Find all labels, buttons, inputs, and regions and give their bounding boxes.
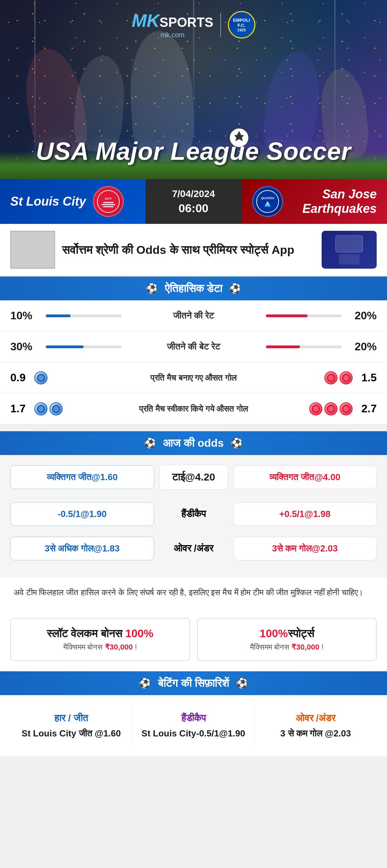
notice-paragraph: अवे टीम फिलहाल जीत हासिल करने के लिए संघ… [14,586,373,599]
stat-row-win-rate: 10% जीतने की रेट 20% [0,300,387,331]
rec-ball-left: ⚽ [139,678,151,689]
svg-text:CITY: CITY [105,197,112,200]
odds-ball-right: ⚽ [231,437,243,449]
goals-left-scored: 0.9 [10,371,132,384]
goal-ball-rc2 [324,402,337,415]
match-center: 7/04/2024 06:00 [146,179,242,224]
stat-home-win-rate: 10% [10,309,45,322]
bar-track-away [266,314,342,317]
home-team-name: St Louis City [10,194,86,209]
away-goals-conceded-val: 2.7 [356,402,377,415]
notice-section: अवे टीम फिलहाल जीत हासिल करने के लिए संघ… [0,577,387,608]
brand-header: MKSPORTS mk.com EMPOLI F.C. 1920 [132,10,255,39]
sports-bonus-sub: मैक्सिमम बोनस ₹30,000 ! [205,643,369,652]
empoli-text: EMPOLI F.C. [229,18,254,28]
rec-col-handicap: हैंडीकैप St Louis City-0.5/1@1.90 [132,706,255,746]
svg-point-20 [53,406,59,412]
stat-away-bar-win [256,314,343,317]
home-goal-balls-conceded [34,402,63,415]
goals-right-scored: 1.5 [256,371,377,384]
goals-left-conceded: 1.7 [10,402,132,415]
bar-fill-away-bet [266,345,300,348]
under-btn[interactable]: 3से कम गोल@2.03 [233,537,377,560]
rec-col-overunder: ओवर /अंडर 3 से कम गोल @2.03 [255,706,377,746]
home-win-btn[interactable]: व्यक्तिगत जीत@1.60 [10,465,154,489]
stat-away-win-rate: 20% [342,309,377,322]
odds-ball-left: ⚽ [144,437,156,449]
away-goals-scored-val: 1.5 [356,371,377,384]
ball-icon-left: ⚽ [146,283,158,294]
svg-point-14 [328,375,334,381]
stat-home-bar-bet [45,345,132,348]
historical-section-header: ⚽ ऐतिहासिक डेटा ⚽ [0,277,387,300]
match-date: 7/04/2024 [172,188,215,199]
promo-text: सर्वोत्तम श्रेणी की Odds के साथ प्रीमियर… [62,242,315,257]
logo-divider [220,13,221,37]
bar-fill-away [266,314,308,317]
stat-away-bar-bet [256,345,343,348]
goal-ball-r2 [340,371,353,384]
rec-handicap-value: St Louis City-0.5/1@1.90 [138,728,249,739]
promo-image-placeholder [10,231,55,269]
stats-table: 10% जीतने की रेट 20% 30% जीतने की बेट रे… [0,300,387,424]
stat-home-bet-rate: 30% [10,340,45,353]
historical-title: ऐतिहासिक डेटा [165,282,223,295]
rec-col-win: हार / जीत St Louis City जीत @1.60 [10,706,132,746]
stat-row-bet-rate: 30% जीतने की बेट रेट 20% [0,331,387,362]
odds-section: व्यक्तिगत जीत@1.60 टाई@4.20 व्यक्तिगत जी… [0,455,387,577]
stat-label-goals-scored: प्रति मैच बनाए गए औसत गोल [132,373,256,383]
slot-bonus-pct: 100% [125,627,153,640]
away-team-section: QUAKES San Jose Earthquakes [242,179,387,224]
match-header: St Louis City CITY 7/04/2024 06:00 QUAKE… [0,179,387,224]
away-team-logo: QUAKES [252,186,283,217]
rec-win-value: St Louis City जीत @1.60 [15,728,127,739]
odds-title: आज की odds [163,437,224,450]
away-win-btn[interactable]: व्यक्तिगत जीत@4.00 [233,465,377,489]
goal-ball-c2 [50,402,63,415]
sports-bonus-pct: 100% [260,627,288,640]
domain-text: mk.com [132,31,213,39]
hero-banner: MKSPORTS mk.com EMPOLI F.C. 1920 USA Maj… [0,0,387,179]
rec-overunder-title: ओवर /अंडर [260,713,372,724]
goal-ball-rc1 [309,402,322,415]
slot-bonus-amount: ₹30,000 [105,643,133,651]
svg-point-18 [38,406,44,412]
away-goal-balls-scored [324,371,353,384]
empoli-year: 1920 [229,28,254,32]
away-goal-balls-conceded [309,402,353,415]
tie-value[interactable]: टाई@4.20 [159,465,228,490]
promo-headline: सर्वोत्तम श्रेणी की Odds के साथ प्रीमियर… [62,242,315,257]
odds-grid-row1: व्यक्तिगत जीत@1.60 टाई@4.20 व्यक्तिगत जी… [0,455,387,499]
goal-ball-1 [34,371,47,384]
stat-label-bet-rate: जीतने की बेट रेट [132,341,256,352]
tie-center: टाई@4.20 [159,462,228,493]
svg-point-24 [328,406,334,412]
home-team-section: St Louis City CITY [0,179,146,224]
goal-ball-rc3 [340,402,353,415]
odds-grid-row2: -0.5/1@1.90 हैंडीकैप +0.5/1@1.98 [0,499,387,534]
handicap-away-btn[interactable]: +0.5/1@1.98 [233,502,377,526]
stat-row-goals-conceded: 1.7 प्रति मैच स्वीकार किये गये औसत गोल [0,393,387,424]
bar-track-away-bet [266,345,342,348]
odds-section-header: ⚽ आज की odds ⚽ [0,431,387,455]
bet-rec-header: ⚽ बेटिंग की सिफ़ारिशें ⚽ [0,671,387,695]
rec-handicap-title: हैंडीकैप [138,713,249,724]
bar-track-home [46,314,121,317]
sports-bonus-amount: ₹30,000 [291,643,319,651]
rec-overunder-value: 3 से कम गोल @2.03 [260,728,372,739]
stat-label-win-rate: जीतने की रेट [132,310,256,321]
svg-point-12 [38,375,44,381]
sports-bonus-title-text: स्पोर्ट्स [288,627,314,640]
home-goal-balls [34,371,47,384]
over-btn[interactable]: 3से अधिक गोल@1.83 [10,537,154,560]
svg-point-2 [97,190,119,213]
svg-point-26 [343,406,349,412]
handicap-home-btn[interactable]: -0.5/1@1.90 [10,502,154,526]
stat-home-bar-win [45,314,132,317]
app-mockup [322,231,377,269]
bet-rec-section: हार / जीत St Louis City जीत @1.60 हैंडीक… [0,695,387,756]
home-goals-scored-val: 0.9 [10,371,31,384]
home-goals-conceded-val: 1.7 [10,402,31,415]
handicap-label: हैंडीकैप [159,508,228,520]
svg-point-22 [313,406,319,412]
